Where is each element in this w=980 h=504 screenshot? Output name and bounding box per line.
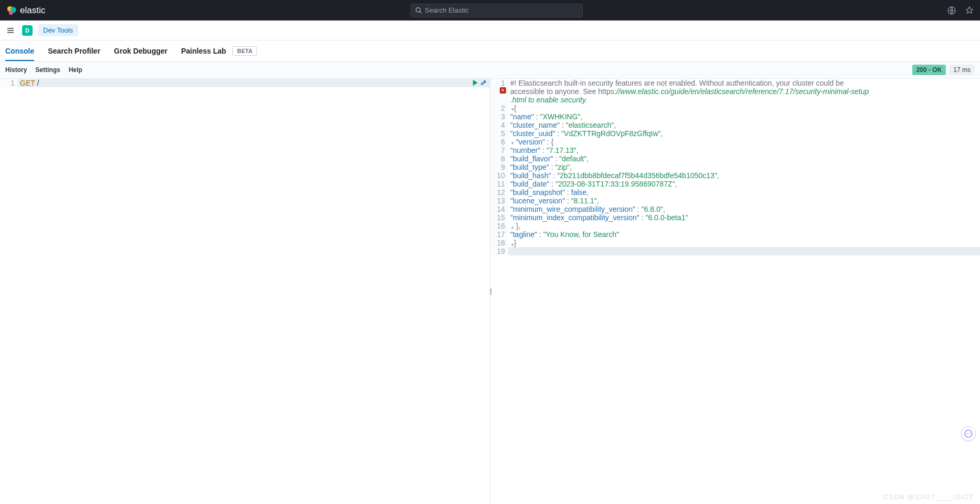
response-line: 3 "name" : "XWHKING", <box>490 112 980 121</box>
line-number: 17 <box>490 230 508 239</box>
svg-point-3 <box>416 8 420 12</box>
response-line: 8 "build_flavor" : "default", <box>490 155 980 163</box>
request-line[interactable]: 1 GET / <box>0 79 490 87</box>
request-actions <box>472 79 487 86</box>
response-line: 17 "tagline" : "You Know, for Search" <box>490 230 980 239</box>
chat-icon <box>964 429 973 438</box>
tab-console[interactable]: Console <box>5 42 34 60</box>
response-line: 13 "lucene_version" : "8.11.1", <box>490 197 980 205</box>
response-line: 5 "cluster_uuid" : "VdZKTTRgRdOVpF8zGffq… <box>490 129 980 138</box>
line-number <box>490 96 508 104</box>
response-line: 15 "minimum_index_compatibility_version"… <box>490 213 980 222</box>
line-number: 3 <box>490 112 508 121</box>
newsfeed-icon[interactable] <box>947 6 956 15</box>
console-toolbar: History Settings Help 200 - OK 17 ms <box>0 61 980 79</box>
request-editor[interactable]: 1 GET / <box>0 79 490 503</box>
response-viewer[interactable]: ✕ 1 #! Elasticsearch built-in security f… <box>490 79 980 503</box>
global-header: elastic Search Elastic <box>0 0 980 20</box>
help-link[interactable]: Help <box>69 66 82 74</box>
line-number: 5 <box>490 129 508 138</box>
svg-point-9 <box>965 430 972 437</box>
response-line: 7 "number" : "7.17.13", <box>490 146 980 155</box>
play-icon <box>472 80 478 86</box>
beta-badge: BETA <box>232 46 257 56</box>
line-number: 9 <box>490 163 508 171</box>
tab-grok-debugger[interactable]: Grok Debugger <box>114 42 168 60</box>
elastic-logo-icon <box>6 5 17 16</box>
response-status-badge: 200 - OK <box>912 65 946 75</box>
line-number: 14 <box>490 205 508 213</box>
global-search-input[interactable]: Search Elastic <box>410 4 583 17</box>
fold-icon[interactable]: ▴ <box>511 224 514 230</box>
response-line: 4 "cluster_name" : "elasticsearch", <box>490 121 980 129</box>
line-number: 19 <box>490 247 508 255</box>
help-icon[interactable] <box>965 6 974 15</box>
line-number: 11 <box>490 180 508 188</box>
subheader: D Dev Tools <box>0 20 980 40</box>
svg-point-2 <box>9 11 13 15</box>
line-number: 4 <box>490 121 508 129</box>
history-link[interactable]: History <box>5 66 27 74</box>
line-number: 12 <box>490 188 508 197</box>
svg-point-10 <box>967 433 968 434</box>
line-number: 7 <box>490 146 508 155</box>
line-number: 13 <box>490 197 508 205</box>
line-number: 16 <box>490 222 508 230</box>
search-placeholder: Search Elastic <box>425 6 469 14</box>
tab-search-profiler[interactable]: Search Profiler <box>48 42 100 60</box>
panel-resize-handle[interactable]: ‖ <box>489 287 491 295</box>
response-line: 6 ▾ "version" : { <box>490 138 980 146</box>
search-wrap: Search Elastic <box>45 4 947 17</box>
response-line: 11 "build_date" : "2023-08-31T17:33:19.9… <box>490 180 980 188</box>
tab-painless-lab[interactable]: Painless Lab <box>181 42 226 60</box>
send-request-button[interactable] <box>472 80 478 86</box>
line-number: 8 <box>490 155 508 163</box>
feedback-button[interactable] <box>961 426 976 441</box>
response-line: 14 "minimum_wire_compatibility_version" … <box>490 205 980 213</box>
response-line: 9 "build_type" : "zip", <box>490 163 980 171</box>
app-badge[interactable]: D <box>22 25 33 36</box>
response-line: accessible to anyone. See https://www.el… <box>490 87 980 96</box>
editor-panels: 1 GET / ‖ ✕ 1 #! Elasticsearch built-in … <box>0 79 980 503</box>
line-number: 18 <box>490 239 508 247</box>
header-icons <box>947 6 974 15</box>
hamburger-icon <box>6 26 15 35</box>
watermark: CSDN @IDIOT____IDIOT <box>883 493 974 501</box>
search-icon <box>415 7 422 14</box>
request-path: / <box>37 79 39 87</box>
http-method: GET <box>20 79 35 87</box>
response-time-badge: 17 ms <box>949 65 975 75</box>
fold-icon[interactable]: ▾ <box>511 140 514 146</box>
request-content[interactable]: GET / <box>18 79 490 87</box>
line-number: 10 <box>490 171 508 180</box>
logo-text: elastic <box>20 5 45 16</box>
tabs: Console Search Profiler Grok Debugger Pa… <box>0 40 980 61</box>
response-line: 2 ▾{ <box>490 104 980 112</box>
response-line: 19 <box>490 247 980 255</box>
response-line: .html to enable security. <box>490 96 980 104</box>
breadcrumb-devtools[interactable]: Dev Tools <box>38 24 78 36</box>
line-number: 15 <box>490 213 508 222</box>
response-line: 10 "build_hash" : "2b211dbb8bfdecaf7f5b4… <box>490 171 980 180</box>
request-options-button[interactable] <box>480 79 487 86</box>
response-line: 16 ▴ }, <box>490 222 980 230</box>
line-number: 1 <box>0 79 18 87</box>
response-line: 18 ▴} <box>490 239 980 247</box>
toolbar-left: History Settings Help <box>5 66 82 74</box>
response-line: 12 "build_snapshot" : false, <box>490 188 980 197</box>
response-line: 1 #! Elasticsearch built-in security fea… <box>490 79 980 87</box>
svg-line-4 <box>420 12 421 13</box>
nav-toggle-button[interactable] <box>4 24 17 37</box>
logo[interactable]: elastic <box>6 5 45 16</box>
line-number: 6 <box>490 138 508 146</box>
line-number: 2 <box>490 104 508 112</box>
line-number: 1 <box>490 79 508 87</box>
svg-point-11 <box>969 433 971 434</box>
error-annotation-icon[interactable]: ✕ <box>500 87 506 94</box>
toolbar-right: 200 - OK 17 ms <box>912 65 975 75</box>
wrench-icon <box>480 79 487 86</box>
settings-link[interactable]: Settings <box>35 66 60 74</box>
